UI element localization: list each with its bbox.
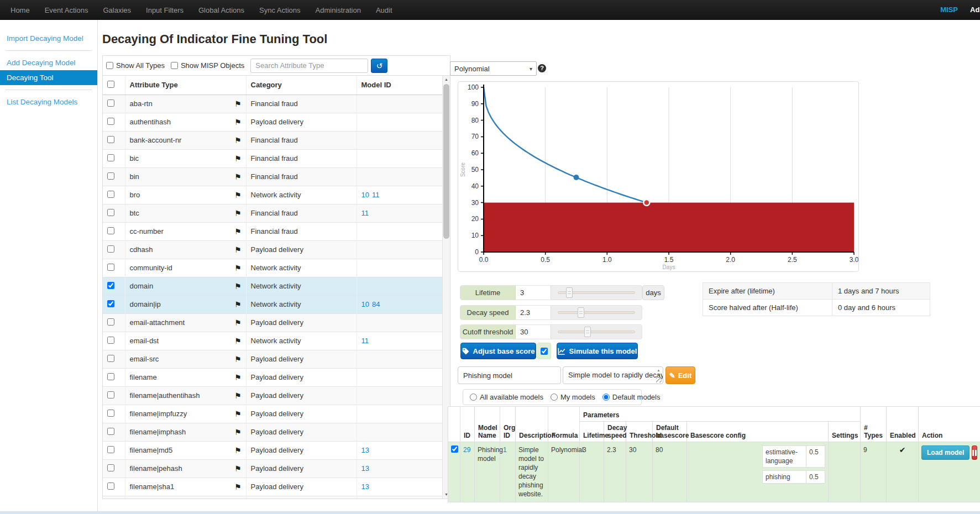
nav-item[interactable]: Event Actions bbox=[45, 6, 88, 14]
radio-all-available-models[interactable]: All available models bbox=[470, 393, 543, 401]
attribute-row: filename⚑Payload delivery bbox=[103, 368, 442, 386]
model-id-link[interactable]: 11 bbox=[372, 191, 380, 199]
row-checkbox[interactable] bbox=[107, 282, 114, 289]
org-id-link[interactable]: 1 bbox=[503, 446, 507, 454]
adjust-base-score-button[interactable]: Adjust base score bbox=[460, 343, 536, 359]
attribute-category-cell: Payload delivery bbox=[246, 405, 357, 423]
row-checkbox[interactable] bbox=[107, 410, 114, 417]
all-models-radio[interactable] bbox=[470, 394, 477, 401]
scroll-up-icon[interactable]: ▲ bbox=[443, 76, 450, 83]
cutoff-threshold-slider[interactable] bbox=[558, 325, 635, 339]
nav-item[interactable]: Administration bbox=[316, 6, 361, 14]
lifetime-value-input[interactable]: 3 bbox=[516, 286, 551, 300]
row-checkbox[interactable] bbox=[107, 482, 114, 490]
slider-handle[interactable] bbox=[578, 307, 584, 318]
model-id-link[interactable]: 10 bbox=[361, 191, 369, 199]
attribute-category-cell: Payload delivery bbox=[246, 478, 357, 496]
model-description-textarea[interactable]: Simple model to rapidly decay ▲ ▼ bbox=[563, 366, 663, 384]
model-id-link[interactable]: 29 bbox=[463, 446, 470, 454]
decay-score-chart[interactable]: 01020304050607080901000.00.51.01.52.02.5… bbox=[458, 82, 858, 271]
show-all-types-checkbox[interactable] bbox=[106, 62, 113, 69]
attribute-type: filename|pehash bbox=[130, 464, 182, 473]
help-icon[interactable]: ? bbox=[538, 64, 546, 72]
load-model-button[interactable]: Load model bbox=[921, 445, 969, 460]
adjust-base-score-checkbox[interactable] bbox=[541, 348, 548, 355]
row-checkbox[interactable] bbox=[107, 428, 114, 435]
row-checkbox[interactable] bbox=[107, 118, 114, 125]
nav-user-menu[interactable]: Ad bbox=[970, 6, 979, 14]
nav-item[interactable]: Galaxies bbox=[103, 6, 131, 14]
select-all-checkbox[interactable] bbox=[107, 81, 114, 88]
simulate-model-button[interactable]: Simulate this model bbox=[557, 343, 638, 359]
nav-item[interactable]: Sync Actions bbox=[259, 6, 300, 14]
sidebar-item-decaying-tool[interactable]: Decaying Tool bbox=[0, 70, 97, 85]
model-row-checkbox[interactable] bbox=[451, 445, 458, 453]
model-id-link[interactable]: 13 bbox=[361, 482, 369, 491]
row-checkbox[interactable] bbox=[107, 337, 114, 344]
nav-item[interactable]: Global Actions bbox=[198, 6, 244, 14]
model-id-link[interactable]: 11 bbox=[361, 337, 369, 345]
default-models-radio[interactable] bbox=[602, 394, 610, 401]
radio-default-models[interactable]: Default models bbox=[602, 393, 661, 401]
row-checkbox[interactable] bbox=[107, 136, 114, 143]
model-id-cell bbox=[357, 350, 442, 368]
attribute-type: email-attachment bbox=[130, 318, 185, 327]
decay-speed-value-input[interactable]: 2.3 bbox=[516, 306, 551, 319]
show-misp-objects-checkbox[interactable] bbox=[171, 62, 178, 69]
slider-handle[interactable] bbox=[584, 327, 591, 337]
show-all-types-toggle[interactable]: Show All Types bbox=[106, 61, 165, 70]
scroll-down-icon[interactable]: ▼ bbox=[655, 373, 662, 376]
slider-handle[interactable] bbox=[566, 287, 573, 298]
nav-item[interactable]: Home bbox=[11, 6, 30, 14]
row-checkbox[interactable] bbox=[107, 227, 114, 234]
model-id-link[interactable]: 13 bbox=[361, 446, 369, 454]
decay-speed-slider[interactable] bbox=[558, 306, 635, 319]
row-checkbox[interactable] bbox=[107, 99, 114, 107]
misp-brand-link[interactable]: MISP bbox=[940, 6, 958, 14]
refresh-button[interactable]: ↺ bbox=[371, 59, 387, 73]
row-checkbox[interactable] bbox=[107, 318, 114, 326]
resize-grip-icon[interactable] bbox=[656, 377, 662, 382]
radio-my-models[interactable]: My models bbox=[551, 393, 595, 401]
formula-select[interactable]: Polynomial ▾ bbox=[450, 61, 537, 76]
pause-model-button[interactable] bbox=[972, 445, 977, 460]
row-checkbox[interactable] bbox=[107, 300, 114, 307]
search-input[interactable] bbox=[250, 59, 368, 73]
model-id-cell bbox=[357, 423, 442, 441]
attribute-row: email-attachment⚑Payload delivery bbox=[103, 313, 442, 332]
my-models-radio[interactable] bbox=[551, 394, 558, 401]
row-checkbox[interactable] bbox=[107, 391, 114, 398]
show-misp-objects-toggle[interactable]: Show MISP Objects bbox=[171, 61, 244, 70]
model-name-input[interactable] bbox=[458, 366, 561, 384]
row-checkbox[interactable] bbox=[107, 355, 114, 362]
scrollbar-thumb[interactable] bbox=[443, 84, 449, 239]
scroll-up-icon[interactable]: ▲ bbox=[655, 369, 662, 372]
model-id-link[interactable]: 10 bbox=[361, 300, 369, 308]
model-id-link[interactable]: 13 bbox=[361, 464, 369, 473]
row-checkbox[interactable] bbox=[107, 154, 114, 161]
row-checkbox[interactable] bbox=[107, 209, 114, 216]
nav-item[interactable]: Audit bbox=[376, 6, 392, 14]
row-checkbox[interactable] bbox=[107, 245, 114, 253]
row-checkbox[interactable] bbox=[107, 464, 114, 471]
row-checkbox[interactable] bbox=[107, 172, 114, 180]
sidebar-item-import-decaying-model[interactable]: Import Decaying Model bbox=[0, 31, 97, 46]
textarea-scrollbar[interactable]: ▲ ▼ bbox=[654, 368, 662, 383]
attribute-type: email-src bbox=[130, 355, 159, 363]
sidebar-item-add-decaying-model[interactable]: Add Decaying Model bbox=[0, 55, 97, 70]
row-checkbox[interactable] bbox=[107, 191, 114, 198]
sidebar-item-list-decaying-models[interactable]: List Decaying Models bbox=[0, 95, 97, 109]
row-checkbox[interactable] bbox=[107, 264, 114, 271]
cutoff-threshold-value-input[interactable]: 30 bbox=[516, 325, 551, 339]
attribute-table: Attribute Type Category Model ID aba-rtn… bbox=[103, 76, 442, 499]
row-checkbox[interactable] bbox=[107, 446, 114, 453]
attribute-type: cdhash bbox=[130, 245, 153, 254]
model-id-link[interactable]: 84 bbox=[372, 300, 380, 308]
edit-model-button[interactable]: ✎ Edit bbox=[665, 366, 695, 384]
chevron-down-icon: ▾ bbox=[530, 66, 532, 72]
nav-item[interactable]: Input Filters bbox=[146, 6, 184, 14]
model-id-link[interactable]: 11 bbox=[361, 209, 369, 217]
row-checkbox[interactable] bbox=[107, 373, 114, 380]
lifetime-slider[interactable] bbox=[558, 286, 635, 300]
row-select-cell bbox=[103, 95, 125, 113]
